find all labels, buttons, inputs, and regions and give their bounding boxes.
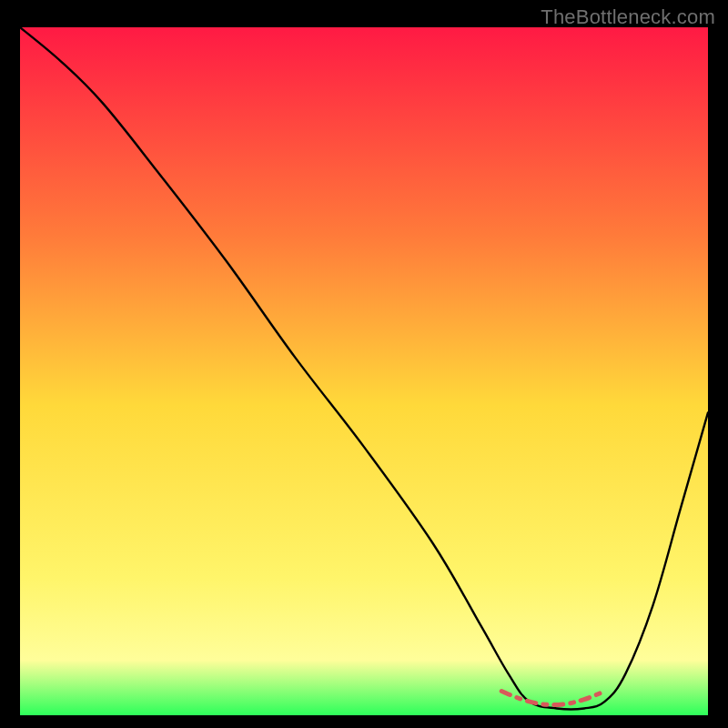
gradient-background — [20, 27, 708, 715]
chart-stage: TheBottleneck.com — [0, 0, 728, 728]
watermark-text: TheBottleneck.com — [541, 5, 715, 29]
chart-svg — [20, 27, 708, 715]
chart-plot — [20, 27, 708, 715]
